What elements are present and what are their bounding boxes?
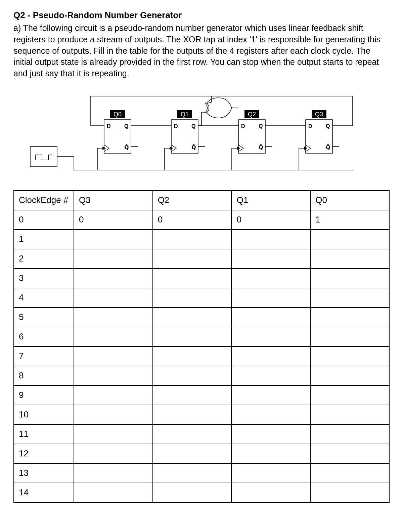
flipflop-q2: D Q Q̄ Q2 [238, 110, 265, 153]
cell-q2 [153, 444, 232, 463]
cell-q0 [310, 288, 389, 308]
circuit-diagram: D Q Q̄ Q0 D Q Q̄ Q1 D Q Q̄ [13, 89, 390, 177]
cell-q0 [310, 230, 389, 249]
cell-q0 [310, 424, 389, 444]
cell-q0 [310, 308, 389, 327]
answer-table: ClockEdge # Q3 Q2 Q1 Q0 0000112345678910… [13, 190, 390, 503]
cell-q3 [74, 483, 153, 502]
clock-wires [97, 147, 307, 170]
cell-clk: 6 [14, 327, 74, 346]
svg-rect-0 [30, 147, 57, 167]
cell-q0 [310, 366, 389, 385]
pin-d: D [241, 123, 245, 129]
flipflop-q1: D Q Q̄ Q1 [171, 110, 198, 153]
svg-marker-32 [103, 147, 105, 150]
cell-q0 [310, 405, 389, 424]
question-prompt: a) The following circuit is a pseudo-ran… [13, 23, 390, 79]
col-header-q1: Q1 [231, 191, 310, 210]
cell-clk: 13 [14, 463, 74, 483]
table-row: 9 [14, 385, 389, 405]
cell-clk: 2 [14, 249, 74, 269]
cell-q0 [310, 269, 389, 288]
cell-q2 [153, 405, 232, 424]
cell-q1 [231, 424, 310, 444]
cell-q3 [74, 366, 153, 385]
table-header-row: ClockEdge # Q3 Q2 Q1 Q0 [14, 191, 389, 210]
table-row: 10 [14, 405, 389, 424]
cell-q1 [231, 444, 310, 463]
cell-q1 [231, 269, 310, 288]
cell-q2 [153, 230, 232, 249]
col-header-q2: Q2 [153, 191, 232, 210]
pin-q: Q [259, 123, 263, 129]
table-row: 8 [14, 366, 389, 385]
table-row: 6 [14, 327, 389, 346]
cell-q1 [231, 230, 310, 249]
register-label-q3: Q3 [315, 111, 323, 118]
cell-q0 [310, 327, 389, 346]
cell-clk: 5 [14, 308, 74, 327]
cell-q2 [153, 327, 232, 346]
svg-marker-38 [237, 147, 240, 150]
pin-qbar: Q̄ [191, 144, 196, 150]
pin-qbar: Q̄ [326, 144, 330, 150]
cell-clk: 12 [14, 444, 74, 463]
clock-source-icon [30, 147, 57, 167]
cell-q2: 0 [153, 210, 232, 230]
table-row: 12 [14, 444, 389, 463]
cell-q1 [231, 463, 310, 483]
cell-clk: 8 [14, 366, 74, 385]
table-row: 4 [14, 288, 389, 308]
flipflop-q3: D Q Q̄ Q3 [306, 110, 332, 153]
pin-d: D [174, 123, 178, 129]
cell-q2 [153, 288, 232, 308]
pin-q: Q [191, 123, 195, 129]
pin-qbar: Q̄ [124, 144, 129, 150]
cell-q1 [231, 405, 310, 424]
cell-q3: 0 [74, 210, 153, 230]
cell-q0 [310, 444, 389, 463]
table-row: 14 [14, 483, 389, 502]
xor-gate-icon [205, 98, 232, 118]
cell-q2 [153, 366, 232, 385]
cell-q2 [153, 269, 232, 288]
cell-q1 [231, 483, 310, 502]
cell-q3 [74, 288, 153, 308]
register-label-q1: Q1 [181, 111, 189, 118]
cell-q0 [310, 385, 389, 405]
cell-q2 [153, 308, 232, 327]
cell-q3 [74, 230, 153, 249]
cell-clk: 7 [14, 346, 74, 366]
svg-marker-35 [170, 147, 173, 150]
cell-q2 [153, 385, 232, 405]
cell-q2 [153, 249, 232, 269]
register-label-q0: Q0 [114, 111, 122, 118]
cell-q0 [310, 249, 389, 269]
pin-qbar: Q̄ [259, 144, 263, 150]
cell-q0 [310, 463, 389, 483]
cell-q0 [310, 483, 389, 502]
cell-clk: 1 [14, 230, 74, 249]
cell-q3 [74, 249, 153, 269]
col-header-q3: Q3 [74, 191, 153, 210]
cell-clk: 9 [14, 385, 74, 405]
cell-q3 [74, 385, 153, 405]
cell-clk: 11 [14, 424, 74, 444]
cell-q1 [231, 288, 310, 308]
cell-q3 [74, 327, 153, 346]
col-header-q0: Q0 [310, 191, 389, 210]
cell-q0: 1 [310, 210, 389, 230]
col-header-clk: ClockEdge # [14, 191, 74, 210]
cell-q2 [153, 463, 232, 483]
pin-q: Q [124, 123, 128, 129]
table-row: 3 [14, 269, 389, 288]
cell-q3 [74, 346, 153, 366]
table-row: 00001 [14, 210, 389, 230]
cell-q1 [231, 366, 310, 385]
cell-q1 [231, 249, 310, 269]
cell-q3 [74, 444, 153, 463]
cell-q2 [153, 483, 232, 502]
table-row: 11 [14, 424, 389, 444]
pin-d: D [107, 123, 111, 129]
lfsr-circuit-svg: D Q Q̄ Q0 D Q Q̄ Q1 D Q Q̄ [24, 89, 379, 177]
